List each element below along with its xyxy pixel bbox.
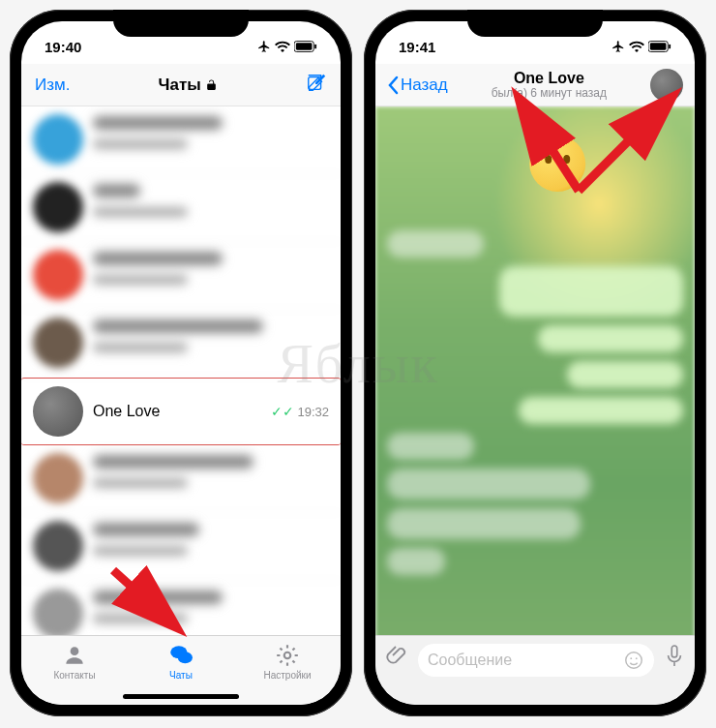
home-indicator[interactable] (123, 694, 239, 699)
compose-button[interactable] (306, 73, 327, 98)
avatar (33, 386, 83, 437)
chevron-left-icon (387, 76, 399, 95)
svg-rect-1 (296, 43, 313, 49)
chat-row-one-love[interactable]: One Love ✓✓ 19:32 (21, 378, 341, 445)
message-bubble[interactable] (538, 325, 683, 352)
tab-contacts[interactable]: Контакты (21, 636, 128, 687)
svg-line-16 (525, 108, 579, 191)
svg-point-4 (71, 647, 79, 655)
svg-line-8 (113, 570, 174, 625)
chat-row[interactable] (21, 445, 341, 513)
svg-rect-11 (669, 45, 671, 49)
svg-point-12 (626, 652, 642, 669)
notch (467, 10, 603, 37)
chat-row[interactable] (21, 310, 341, 378)
annotation-arrow (482, 94, 685, 200)
chats-navbar: Изм. Чаты (21, 64, 341, 106)
voice-button[interactable] (664, 644, 685, 673)
phone-left: 19:40 Изм. Чаты (10, 10, 352, 716)
status-time: 19:40 (45, 39, 81, 55)
status-icons (612, 40, 671, 53)
battery-icon (648, 41, 671, 52)
contacts-icon (62, 643, 87, 668)
message-bubble[interactable] (499, 266, 683, 317)
chat-row[interactable] (21, 106, 341, 174)
read-checks-icon: ✓✓ (271, 404, 294, 419)
chats-icon (168, 643, 194, 668)
message-bubble[interactable] (387, 508, 581, 539)
attach-button[interactable] (385, 644, 408, 671)
screen-left: 19:40 Изм. Чаты (21, 21, 341, 705)
airplane-icon (257, 40, 271, 53)
compose-icon (306, 73, 327, 94)
svg-point-7 (284, 652, 291, 659)
conversation-title: One Love (492, 70, 607, 87)
svg-line-17 (579, 106, 664, 191)
status-time: 19:41 (399, 39, 435, 55)
notch (113, 10, 249, 37)
message-placeholder: Сообщение (428, 652, 512, 669)
svg-rect-2 (314, 45, 316, 49)
message-input[interactable]: Сообщение (418, 644, 654, 677)
edit-button[interactable]: Изм. (35, 76, 70, 95)
airplane-icon (612, 40, 625, 53)
svg-point-14 (636, 657, 638, 659)
tab-settings[interactable]: Настройки (234, 636, 341, 687)
settings-icon (275, 643, 300, 668)
chat-meta: ✓✓ 19:32 (271, 404, 329, 419)
tab-chats[interactable]: Чаты (128, 636, 234, 687)
message-bubble[interactable] (387, 469, 590, 500)
message-input-bar: Сообщение (375, 635, 695, 705)
unlock-icon (205, 78, 218, 92)
chat-name: One Love (93, 403, 160, 420)
paperclip-icon (385, 644, 408, 667)
wifi-icon (275, 41, 290, 52)
phone-right: 19:41 Назад One Love был(а) 6 минут наза… (364, 10, 706, 716)
status-icons (257, 40, 317, 53)
message-bubble[interactable] (567, 361, 683, 388)
microphone-icon (664, 644, 685, 669)
annotation-arrow (108, 565, 195, 643)
message-bubble[interactable] (519, 397, 683, 424)
chat-row[interactable] (21, 174, 341, 242)
wifi-icon (629, 41, 644, 52)
chat-row[interactable] (21, 242, 341, 310)
svg-rect-10 (650, 43, 667, 49)
svg-rect-15 (671, 646, 677, 657)
battery-icon (294, 41, 317, 52)
chats-title: Чаты (159, 76, 218, 95)
message-bubble[interactable] (387, 433, 474, 460)
message-bubble[interactable] (387, 548, 445, 575)
back-button[interactable]: Назад (387, 76, 448, 95)
screen-right: 19:41 Назад One Love был(а) 6 минут наза… (375, 21, 695, 705)
message-bubble[interactable] (387, 230, 484, 258)
chat-time: 19:32 (297, 405, 329, 419)
sticker-icon (623, 650, 644, 671)
svg-point-13 (630, 657, 632, 659)
svg-point-6 (178, 652, 193, 663)
